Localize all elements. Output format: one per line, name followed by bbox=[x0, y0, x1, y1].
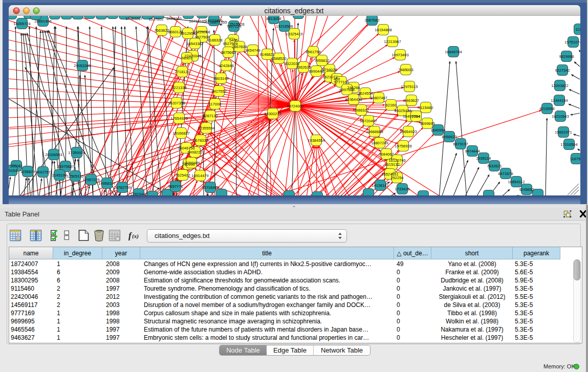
svg-text:9829966: 9829966 bbox=[559, 54, 574, 59]
svg-text:18724007: 18724007 bbox=[287, 104, 303, 108]
svg-text:3624554: 3624554 bbox=[358, 91, 373, 96]
svg-text:8186328: 8186328 bbox=[207, 38, 222, 42]
svg-text:2087682: 2087682 bbox=[364, 18, 379, 23]
svg-text:9227342: 9227342 bbox=[555, 68, 570, 73]
svg-text:19166827: 19166827 bbox=[172, 131, 189, 136]
svg-text:62160: 62160 bbox=[386, 103, 397, 107]
svg-text:17016504: 17016504 bbox=[560, 142, 577, 147]
svg-text:(x): (x) bbox=[132, 233, 139, 239]
svg-text:14099489: 14099489 bbox=[183, 161, 200, 165]
svg-text:16154808: 16154808 bbox=[375, 28, 391, 32]
svg-text:14055724: 14055724 bbox=[13, 21, 30, 26]
svg-text:1588520: 1588520 bbox=[271, 56, 286, 61]
svg-text:15751074: 15751074 bbox=[564, 40, 580, 45]
svg-text:20364436: 20364436 bbox=[345, 97, 362, 102]
svg-text:33975687: 33975687 bbox=[57, 164, 74, 169]
svg-text:116753: 116753 bbox=[570, 157, 580, 161]
svg-text:385081: 385081 bbox=[10, 164, 23, 168]
svg-text:117008: 117008 bbox=[209, 102, 221, 106]
svg-text:13325419: 13325419 bbox=[286, 32, 302, 36]
svg-text:10719185: 10719185 bbox=[189, 19, 206, 24]
svg-text:2718120: 2718120 bbox=[175, 70, 189, 74]
svg-text:19300273: 19300273 bbox=[264, 112, 281, 116]
svg-text:20691406: 20691406 bbox=[34, 19, 51, 24]
svg-text:8813054: 8813054 bbox=[266, 16, 281, 21]
svg-text:2935114: 2935114 bbox=[476, 156, 491, 161]
svg-text:8427552: 8427552 bbox=[211, 89, 226, 94]
svg-text:1527602: 1527602 bbox=[148, 17, 163, 21]
svg-text:18226058: 18226058 bbox=[193, 30, 210, 34]
svg-text:10025438: 10025438 bbox=[394, 108, 411, 113]
svg-text:20206553: 20206553 bbox=[45, 152, 62, 157]
svg-text:8958923: 8958923 bbox=[442, 135, 456, 139]
svg-text:2942757: 2942757 bbox=[35, 170, 50, 174]
svg-text:16671355: 16671355 bbox=[210, 20, 227, 25]
svg-text:7515526: 7515526 bbox=[229, 22, 244, 27]
svg-text:12923446: 12923446 bbox=[130, 192, 147, 196]
svg-text:19756928: 19756928 bbox=[395, 144, 411, 148]
svg-text:7544: 7544 bbox=[412, 114, 421, 119]
svg-text:12213967: 12213967 bbox=[384, 39, 401, 44]
svg-text:29053346: 29053346 bbox=[74, 63, 91, 68]
svg-text:16210643: 16210643 bbox=[552, 114, 569, 119]
svg-text:1221338: 1221338 bbox=[171, 85, 186, 90]
svg-text:12444154: 12444154 bbox=[551, 98, 568, 103]
svg-text:252254: 252254 bbox=[390, 176, 403, 180]
svg-text:8471676: 8471676 bbox=[498, 171, 513, 176]
svg-text:8454749: 8454749 bbox=[245, 48, 260, 53]
svg-text:12355594: 12355594 bbox=[198, 126, 214, 130]
svg-text:7485003: 7485003 bbox=[398, 68, 413, 72]
svg-text:9657771: 9657771 bbox=[168, 184, 183, 189]
svg-text:14136141: 14136141 bbox=[372, 183, 388, 188]
svg-text:6897568: 6897568 bbox=[339, 87, 354, 92]
svg-text:6879197: 6879197 bbox=[453, 142, 468, 146]
svg-text:9794028: 9794028 bbox=[322, 68, 337, 72]
svg-text:10807487: 10807487 bbox=[370, 96, 387, 100]
svg-text:9777169: 9777169 bbox=[334, 80, 349, 84]
svg-text:9245652: 9245652 bbox=[519, 187, 534, 192]
svg-text:16543382: 16543382 bbox=[186, 41, 203, 46]
svg-text:16207358: 16207358 bbox=[168, 101, 185, 105]
svg-text:18807249: 18807249 bbox=[371, 141, 388, 145]
svg-text:8267130: 8267130 bbox=[203, 114, 217, 118]
svg-text:39154: 39154 bbox=[9, 168, 17, 173]
svg-text:1145194: 1145194 bbox=[52, 173, 67, 178]
svg-text:10973493: 10973493 bbox=[391, 53, 408, 57]
svg-text:19654923: 19654923 bbox=[400, 129, 417, 134]
svg-text:8678332: 8678332 bbox=[193, 138, 208, 143]
svg-text:7663822: 7663822 bbox=[154, 28, 169, 33]
svg-text:2867608: 2867608 bbox=[232, 45, 247, 49]
svg-text:16914479: 16914479 bbox=[191, 173, 208, 178]
svg-text:19384554: 19384554 bbox=[308, 138, 324, 143]
svg-text:10654112: 10654112 bbox=[508, 180, 525, 184]
svg-text:17359924: 17359924 bbox=[68, 150, 85, 155]
svg-text:17957225: 17957225 bbox=[82, 178, 99, 182]
svg-text:7955812: 7955812 bbox=[314, 58, 329, 63]
svg-text:10688609: 10688609 bbox=[366, 129, 383, 134]
svg-text:9115460: 9115460 bbox=[419, 105, 433, 110]
svg-text:16648784: 16648784 bbox=[445, 50, 462, 54]
svg-text:8990448: 8990448 bbox=[309, 69, 323, 74]
svg-text:7986322: 7986322 bbox=[354, 108, 368, 113]
svg-text:12505135: 12505135 bbox=[67, 174, 83, 179]
svg-text:9084067: 9084067 bbox=[379, 152, 394, 157]
svg-text:9242848: 9242848 bbox=[219, 63, 233, 68]
svg-text:9463627: 9463627 bbox=[404, 98, 419, 103]
svg-text:8215958: 8215958 bbox=[539, 106, 554, 111]
svg-text:14958107: 14958107 bbox=[98, 181, 115, 186]
svg-text:15716485: 15716485 bbox=[202, 185, 219, 190]
svg-text:12975115: 12975115 bbox=[401, 84, 418, 89]
svg-text:10653267: 10653267 bbox=[125, 16, 142, 21]
svg-text:15692971: 15692971 bbox=[555, 130, 572, 135]
svg-text:7632621: 7632621 bbox=[487, 164, 502, 168]
svg-text:8498222: 8498222 bbox=[187, 150, 202, 155]
svg-text:16782759: 16782759 bbox=[114, 185, 130, 190]
svg-text:19218506: 19218506 bbox=[276, 24, 293, 29]
svg-text:9699695: 9699695 bbox=[420, 121, 434, 126]
svg-text:15720407: 15720407 bbox=[360, 119, 377, 123]
svg-text:12093822: 12093822 bbox=[551, 83, 568, 88]
svg-text:2803144: 2803144 bbox=[213, 76, 228, 81]
svg-text:1640954: 1640954 bbox=[430, 128, 445, 133]
svg-text:1615132: 1615132 bbox=[384, 162, 399, 167]
svg-text:1156829: 1156829 bbox=[20, 169, 35, 174]
